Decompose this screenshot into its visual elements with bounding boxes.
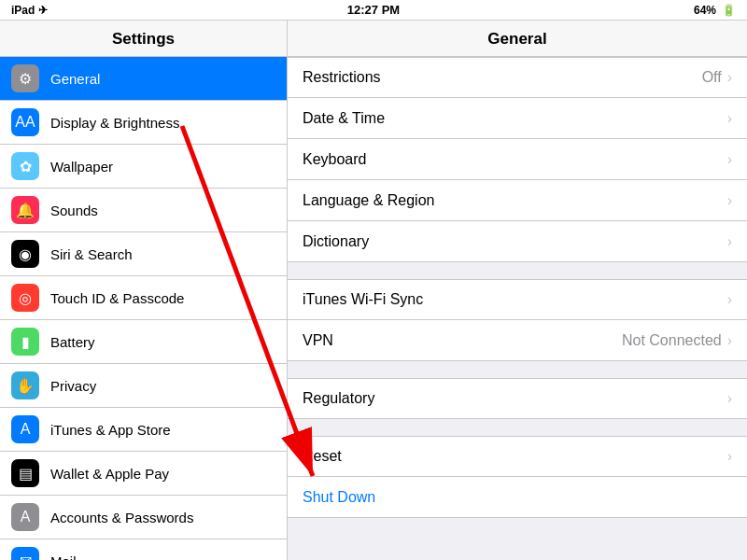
content-row-itunes-wi-fi-sync[interactable]: iTunes Wi-Fi Sync› — [288, 279, 747, 320]
content-row-keyboard[interactable]: Keyboard› — [288, 139, 747, 180]
content-row-dictionary[interactable]: Dictionary› — [288, 221, 747, 262]
chevron-right-icon: › — [727, 110, 732, 127]
battery-icon: ▮ — [11, 328, 39, 356]
siri-icon: ◉ — [11, 240, 39, 268]
row-label-1: Date & Time — [303, 100, 727, 137]
sidebar-item-touchid[interactable]: ◎Touch ID & Passcode — [0, 276, 287, 320]
content-row-date-&-time[interactable]: Date & Time› — [288, 98, 747, 139]
privacy-icon: ✋ — [11, 371, 39, 399]
sidebar-item-label-touchid: Touch ID & Passcode — [50, 290, 184, 306]
content-title: General — [288, 21, 747, 57]
sidebar-item-label-siri: Siri & Search — [50, 246, 133, 262]
main-layout: Settings ⚙GeneralAADisplay & Brightness✿… — [0, 21, 747, 560]
ipad-label: iPad ✈ — [11, 4, 48, 17]
wallet-icon: ▤ — [11, 459, 39, 487]
itunes-icon: A — [11, 415, 39, 443]
sidebar-item-wallet[interactable]: ▤Wallet & Apple Pay — [0, 452, 287, 496]
sidebar-item-itunes[interactable]: AiTunes & App Store — [0, 408, 287, 452]
content-row-shut-down[interactable]: Shut Down — [288, 477, 747, 518]
sidebar-item-label-sounds: Sounds — [50, 203, 98, 218]
sidebar-item-label-battery: Battery — [50, 334, 95, 350]
content-row-restrictions[interactable]: RestrictionsOff› — [288, 57, 747, 98]
chevron-right-icon: › — [727, 192, 732, 209]
sidebar: Settings ⚙GeneralAADisplay & Brightness✿… — [0, 21, 288, 560]
sidebar-item-mail[interactable]: ✉Mail — [0, 539, 287, 560]
chevron-right-icon: › — [727, 291, 732, 308]
sidebar-title: Settings — [0, 21, 287, 57]
battery-icon: 🔋 — [722, 4, 736, 17]
sidebar-item-display[interactable]: AADisplay & Brightness — [0, 101, 287, 145]
wallpaper-icon: ✿ — [11, 152, 39, 180]
chevron-right-icon: › — [727, 69, 732, 86]
status-left: iPad ✈ — [11, 4, 48, 17]
chevron-right-icon: › — [727, 233, 732, 250]
sidebar-item-label-wallet: Wallet & Apple Pay — [50, 466, 169, 482]
sounds-icon: 🔔 — [11, 196, 39, 224]
display-icon: AA — [11, 108, 39, 136]
row-label-0: iTunes Wi-Fi Sync — [303, 281, 727, 318]
row-label-3: Language & Region — [303, 182, 727, 219]
content-section-0: RestrictionsOff›Date & Time›Keyboard›Lan… — [288, 57, 747, 262]
sidebar-item-general[interactable]: ⚙General — [0, 57, 287, 101]
content-list: RestrictionsOff›Date & Time›Keyboard›Lan… — [288, 57, 747, 560]
row-value-1: Not Connected — [622, 332, 722, 349]
status-time: 12:27 PM — [347, 3, 400, 17]
sidebar-item-label-display: Display & Brightness — [50, 115, 179, 131]
general-icon: ⚙ — [11, 64, 39, 92]
chevron-right-icon: › — [727, 390, 732, 407]
sidebar-item-label-accounts: Accounts & Passwords — [50, 510, 193, 525]
chevron-right-icon: › — [727, 151, 732, 168]
battery-indicator: 64% — [694, 4, 716, 17]
content-section-2: Regulatory› — [288, 378, 747, 419]
mail-icon: ✉ — [11, 547, 39, 560]
row-value-0: Off — [702, 69, 722, 86]
row-label-0: Restrictions — [303, 59, 702, 96]
chevron-right-icon: › — [727, 448, 732, 465]
content-section-1: iTunes Wi-Fi Sync›VPNNot Connected› — [288, 279, 747, 361]
row-label-1: VPN — [303, 322, 622, 359]
content-row-regulatory[interactable]: Regulatory› — [288, 378, 747, 419]
content-area: General RestrictionsOff›Date & Time›Keyb… — [288, 21, 747, 560]
touchid-icon: ◎ — [11, 284, 39, 312]
sidebar-item-label-privacy: Privacy — [50, 378, 96, 394]
row-label-0: Regulatory — [303, 380, 727, 417]
content-row-vpn[interactable]: VPNNot Connected› — [288, 320, 747, 361]
sidebar-item-label-itunes: iTunes & App Store — [50, 422, 171, 438]
sidebar-item-label-mail: Mail — [50, 553, 77, 561]
sidebar-item-wallpaper[interactable]: ✿Wallpaper — [0, 145, 287, 189]
content-section-3: Reset›Shut Down — [288, 436, 747, 518]
content-row-language-&-region[interactable]: Language & Region› — [288, 180, 747, 221]
sidebar-item-battery[interactable]: ▮Battery — [0, 320, 287, 364]
row-label-4: Dictionary — [303, 223, 727, 260]
sidebar-item-siri[interactable]: ◉Siri & Search — [0, 232, 287, 276]
sidebar-item-label-general: General — [50, 71, 100, 87]
status-bar: iPad ✈ 12:27 PM 64% 🔋 — [0, 0, 747, 21]
sidebar-item-privacy[interactable]: ✋Privacy — [0, 364, 287, 408]
sidebar-item-accounts[interactable]: AAccounts & Passwords — [0, 496, 287, 539]
shutdown-button[interactable]: Shut Down — [303, 479, 375, 516]
accounts-icon: A — [11, 503, 39, 531]
row-label-2: Keyboard — [303, 141, 727, 178]
sidebar-item-sounds[interactable]: 🔔Sounds — [0, 189, 287, 232]
sidebar-item-label-wallpaper: Wallpaper — [50, 159, 113, 175]
chevron-right-icon: › — [727, 332, 732, 349]
status-right: 64% 🔋 — [694, 4, 736, 17]
content-row-reset[interactable]: Reset› — [288, 436, 747, 477]
row-label-0: Reset — [303, 438, 727, 475]
sidebar-list: ⚙GeneralAADisplay & Brightness✿Wallpaper… — [0, 57, 287, 560]
